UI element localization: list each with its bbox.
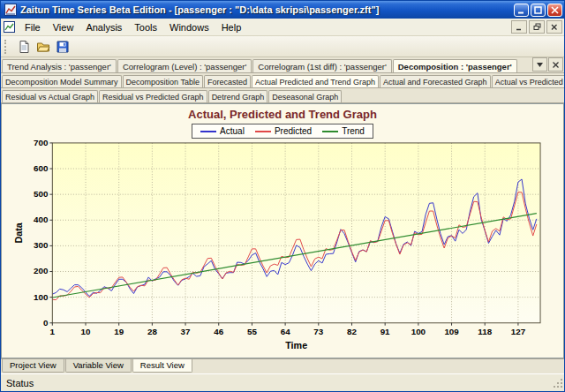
- legend-label-predicted: Predicted: [275, 126, 312, 136]
- svg-text:55: 55: [247, 327, 257, 336]
- svg-text:118: 118: [478, 327, 492, 336]
- svg-text:500: 500: [34, 189, 49, 199]
- legend-swatch-predicted: [255, 131, 271, 132]
- workspace-tab-strip: Project ViewVariable ViewResult View: [1, 358, 564, 373]
- svg-text:73: 73: [313, 327, 323, 336]
- time-series-plot: 0100200300400500600700110192837465564738…: [7, 139, 558, 356]
- legend-label-trend: Trend: [342, 126, 365, 136]
- svg-text:82: 82: [347, 327, 357, 336]
- tab-correlogram-1st-diff-passenger[interactable]: Correlogram (1st diff) : 'passenger': [252, 59, 391, 72]
- tab-variable-view[interactable]: Variable View: [65, 359, 132, 373]
- window-title: Zaitun Time Series Beta Edition - [passe…: [20, 4, 514, 15]
- tab-detrend-graph[interactable]: Detrend Graph: [208, 90, 268, 102]
- legend-item-trend: Trend: [322, 126, 365, 136]
- svg-text:37: 37: [181, 327, 191, 336]
- menu-item-file[interactable]: File: [19, 20, 47, 34]
- svg-text:64: 64: [281, 327, 290, 336]
- menu-items: FileViewAnalysisToolsWindowsHelp: [19, 20, 247, 34]
- legend-item-actual: Actual: [200, 126, 245, 136]
- view-tab-strip-row2: Residual vs Actual GraphResidual vs Pred…: [1, 88, 564, 103]
- svg-text:10: 10: [81, 327, 91, 336]
- svg-text:700: 700: [34, 139, 49, 147]
- menu-item-analysis[interactable]: Analysis: [79, 20, 128, 34]
- svg-text:109: 109: [444, 327, 459, 336]
- child-restore-button[interactable]: [529, 20, 545, 34]
- tab-result-view[interactable]: Result View: [132, 359, 192, 373]
- tab-decomposition-model-summary[interactable]: Decomposition Model Summary: [2, 75, 122, 87]
- svg-text:300: 300: [34, 240, 49, 250]
- svg-text:46: 46: [214, 327, 223, 336]
- chart-area: Actual, Predicted and Trend Graph Actual…: [1, 103, 564, 358]
- status-bar: Status: [1, 373, 564, 391]
- legend-swatch-actual: [200, 131, 216, 132]
- maximize-button[interactable]: [531, 4, 546, 17]
- svg-text:100: 100: [34, 292, 49, 302]
- tab-decomposition-passenger[interactable]: Decomposition : 'passenger': [393, 59, 517, 72]
- svg-text:0: 0: [43, 318, 49, 328]
- minimize-button[interactable]: [514, 4, 529, 17]
- svg-text:91: 91: [380, 327, 390, 336]
- tab-residual-vs-predicted-graph[interactable]: Residual vs Predicted Graph: [99, 90, 207, 102]
- close-tab-icon[interactable]: [548, 57, 563, 72]
- legend-swatch-trend: [322, 131, 338, 132]
- app-icon: [4, 4, 17, 16]
- menu-item-help[interactable]: Help: [215, 20, 248, 34]
- menu-item-view[interactable]: View: [47, 20, 80, 34]
- svg-text:28: 28: [147, 327, 157, 336]
- tab-deseasonal-graph[interactable]: Deseasonal Graph: [268, 90, 342, 102]
- menu-item-windows[interactable]: Windows: [163, 20, 215, 34]
- svg-text:400: 400: [34, 215, 49, 224]
- result-tab-strip: Trend Analysis : 'passenger'Correlogram …: [1, 57, 564, 73]
- tab-trend-analysis-passenger[interactable]: Trend Analysis : 'passenger': [2, 59, 117, 72]
- svg-text:1: 1: [50, 327, 56, 336]
- child-window-icon[interactable]: [4, 21, 16, 34]
- child-close-button[interactable]: [546, 20, 562, 34]
- tab-forecasted[interactable]: Forecasted: [204, 75, 251, 87]
- chevron-down-icon[interactable]: [532, 57, 547, 72]
- svg-text:100: 100: [411, 327, 426, 336]
- close-button[interactable]: [547, 4, 562, 17]
- resize-grip[interactable]: [553, 378, 563, 390]
- svg-text:Data: Data: [13, 222, 24, 243]
- toolbar: [1, 36, 564, 57]
- svg-text:200: 200: [34, 266, 49, 275]
- open-folder-icon[interactable]: [34, 37, 53, 57]
- save-icon[interactable]: [53, 37, 72, 57]
- tab-actual-vs-predicted-graph[interactable]: Actual vs Predicted Graph: [492, 75, 564, 87]
- tab-correlogram-level-passenger[interactable]: Correlogram (Level) : 'passenger': [117, 59, 252, 72]
- view-tab-strip-row1: Decomposition Model SummaryDecomposition…: [1, 73, 564, 88]
- legend-label-actual: Actual: [220, 126, 245, 136]
- app-window: Zaitun Time Series Beta Edition - [passe…: [0, 0, 565, 392]
- legend-item-predicted: Predicted: [255, 126, 312, 136]
- tab-decomposition-table[interactable]: Decomposition Table: [123, 75, 203, 87]
- tab-actual-predicted-and-trend-graph[interactable]: Actual Predicted and Trend Graph: [252, 75, 379, 87]
- child-minimize-button[interactable]: [511, 20, 527, 34]
- chart-title: Actual, Predicted and Trend Graph: [188, 108, 377, 121]
- new-document-icon[interactable]: [14, 37, 34, 57]
- tab-residual-vs-actual-graph[interactable]: Residual vs Actual Graph: [2, 90, 98, 102]
- toolbar-grip[interactable]: [4, 40, 10, 54]
- tab-project-view[interactable]: Project View: [2, 359, 64, 373]
- menu-item-tools[interactable]: Tools: [128, 20, 163, 34]
- svg-text:Time: Time: [285, 340, 307, 351]
- menu-bar: FileViewAnalysisToolsWindowsHelp: [1, 19, 564, 36]
- svg-text:127: 127: [511, 327, 526, 336]
- status-text: Status: [6, 378, 34, 388]
- title-bar: Zaitun Time Series Beta Edition - [passe…: [1, 1, 564, 19]
- svg-text:600: 600: [34, 163, 49, 173]
- chart-legend: ActualPredictedTrend: [192, 124, 373, 139]
- tab-actual-and-forecasted-graph[interactable]: Actual and Forecasted Graph: [380, 75, 491, 87]
- svg-text:19: 19: [114, 327, 124, 336]
